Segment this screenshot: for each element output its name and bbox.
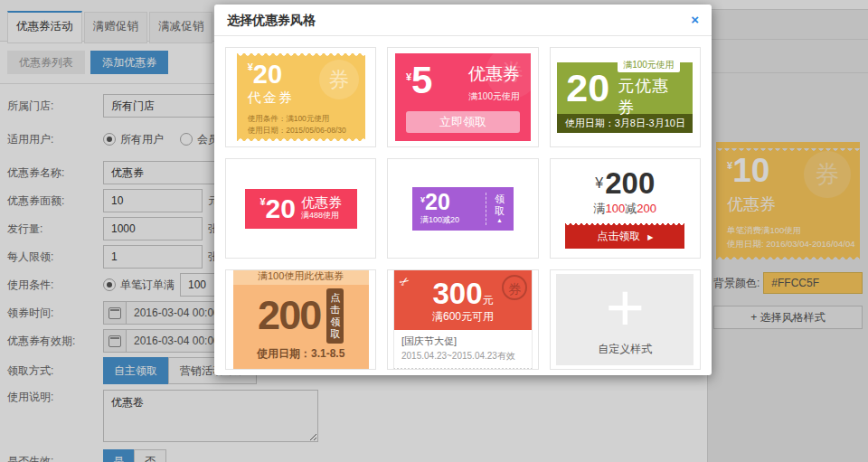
coupon-graphic: 20 满100元使用 元优惠券 使用日期：3月8日-3月10日 xyxy=(557,62,693,133)
coupon-style-yellow-ticket[interactable]: 券 ¥20 代金券 使用条件：满100元使用 使用日期：2015/05/06-0… xyxy=(225,47,376,147)
arrow-right-icon: ▶ xyxy=(647,233,653,241)
coupon-graphic: ¥200 满100减200 点击领取▶ xyxy=(565,168,684,249)
claim-action-label[interactable]: 领取 xyxy=(494,193,505,217)
click-claim-label: 点击领取 xyxy=(597,230,640,242)
coupon-style-green[interactable]: 20 满100元使用 元优惠券 使用日期：3月8日-3月10日 xyxy=(550,47,701,147)
coupon-graphic: 满100使用此优惠券 200 点击领取 使用日期：3.1-8.5 xyxy=(233,269,369,370)
coupon-style-red-300[interactable]: ✂ 券 300元 满600元可用 [国庆节大促] 2015.04.23~2015… xyxy=(387,269,538,370)
coupon-condition-num: 100 xyxy=(606,202,626,215)
currency-symbol: ¥ xyxy=(595,175,603,191)
ticket-edge xyxy=(237,137,365,141)
coupon-style-mini-pink[interactable]: ¥20 优惠券 满488使用 xyxy=(225,158,376,259)
coupon-date: 使用日期：3.1-8.5 xyxy=(233,344,369,368)
coupon-amount: 20 xyxy=(566,69,609,108)
ticket-edge xyxy=(233,368,369,370)
coupon-title: 优惠券 xyxy=(301,195,342,211)
coupon-condition-badge: 满100元使用 xyxy=(618,58,680,72)
coupon-graphic: 券 ¥20 代金券 使用条件：满100元使用 使用日期：2015/05/06-0… xyxy=(237,53,365,141)
coupon-date: 2015.04.23~2015.04.23有效 xyxy=(401,350,524,363)
coupon-style-200[interactable]: ¥200 满100减200 点击领取▶ xyxy=(550,158,701,259)
coupon-condition: 满100减20 xyxy=(420,214,482,226)
modal-title: 选择优惠券风格 xyxy=(227,13,316,27)
coupon-style-grid: 券 ¥20 代金券 使用条件：满100元使用 使用日期：2015/05/06-0… xyxy=(214,36,712,381)
coupon-graphic: ¥20 优惠券 满488使用 xyxy=(245,189,357,229)
coupon-amount: 20 xyxy=(253,60,282,89)
arrow-up-icon: ▲ xyxy=(494,217,505,223)
plus-icon: + xyxy=(606,274,645,342)
coupon-amount: 200 xyxy=(605,166,655,200)
coupon-condition: 满 xyxy=(594,202,606,215)
coupon-event-tag: [国庆节大促] xyxy=(401,335,524,348)
coupon-badge-outline: 券 xyxy=(502,275,527,300)
coupon-condition: 满100使用此优惠券 xyxy=(233,269,369,285)
coupon-style-modal: 选择优惠券风格 × 券 ¥20 代金券 使用条件：满100元使用 使用日期：20… xyxy=(214,5,712,375)
coupon-unit: 元 xyxy=(483,294,494,306)
coupon-amount: 20 xyxy=(266,193,296,223)
coupon-title: 元优惠券 xyxy=(618,75,684,118)
close-icon[interactable]: × xyxy=(691,5,699,35)
dashed-divider xyxy=(486,193,486,225)
ticket-edge xyxy=(237,53,365,58)
modal-header: 选择优惠券风格 × xyxy=(214,5,712,36)
coupon-condition: 减 xyxy=(625,202,637,215)
custom-style-label: 自定义样式 xyxy=(598,342,652,365)
coupon-style-custom[interactable]: + 自定义样式 xyxy=(550,269,701,370)
claim-now-button[interactable]: 立即领取 xyxy=(406,111,520,133)
coupon-amount: 5 xyxy=(411,59,432,101)
coupon-condition: 使用条件：满100元使用 xyxy=(248,113,354,125)
coupon-condition: 满600元可用 xyxy=(394,309,532,325)
coupon-date: 使用日期：3月8日-3月10日 xyxy=(557,114,693,133)
coupon-graphic: ¥20 满100减20 领取 ▲ xyxy=(412,187,514,231)
coupon-graphic: 券 ¥5 优惠券 满100元使用 立即领取 xyxy=(395,53,531,141)
coupon-amount: 20 xyxy=(425,189,450,214)
click-claim-button[interactable]: 点击领取▶ xyxy=(565,223,684,249)
coupon-style-orange[interactable]: 满100使用此优惠券 200 点击领取 使用日期：3.1-8.5 xyxy=(225,269,376,370)
ticket-edge xyxy=(565,223,684,227)
coupon-condition-num: 200 xyxy=(637,202,656,215)
coupon-condition: 满100元使用 xyxy=(468,90,520,103)
coupon-graphic: + 自定义样式 xyxy=(556,274,693,365)
coupon-badge-watermark: 券 xyxy=(319,60,359,99)
coupon-date: 使用日期：2015/05/06-08/30 xyxy=(248,125,354,137)
coupon-condition: 满488使用 xyxy=(301,210,342,222)
coupon-amount: 300 xyxy=(432,277,482,310)
coupon-style-purple[interactable]: ¥20 满100减20 领取 ▲ xyxy=(387,158,538,259)
coupon-graphic: ✂ 券 300元 满600元可用 [国庆节大促] 2015.04.23~2015… xyxy=(393,269,533,370)
coupon-amount: 200 xyxy=(258,297,320,335)
click-claim-vertical-badge[interactable]: 点击领取 xyxy=(326,288,344,344)
coupon-style-pink[interactable]: 券 ¥5 优惠券 满100元使用 立即领取 xyxy=(387,47,538,147)
